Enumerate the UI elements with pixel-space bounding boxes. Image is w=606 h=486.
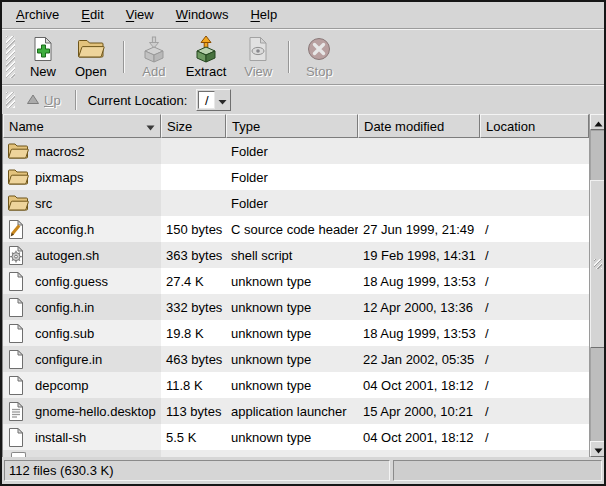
- type-cell: shell script: [226, 242, 358, 268]
- type-cell: unknown type: [226, 346, 358, 372]
- date-cell: 18 Aug 1999, 13:53: [358, 320, 480, 346]
- size-cell: 332 bytes: [161, 294, 226, 320]
- name-cell: src: [3, 190, 161, 216]
- type-cell: Folder: [226, 138, 358, 164]
- menu-view[interactable]: View: [115, 2, 165, 28]
- location-cell: [480, 138, 589, 164]
- file-name: configure.in: [35, 352, 102, 367]
- column-header-row: Name SizeTypeDate modifiedLocation: [3, 114, 589, 138]
- open-archive-icon: [77, 35, 105, 63]
- document-icon: [7, 323, 29, 343]
- location-combobox[interactable]: /: [196, 89, 231, 111]
- c-source-icon: [7, 219, 29, 239]
- name-cell: [3, 450, 161, 457]
- size-cell: 27.4 K: [161, 268, 226, 294]
- date-cell: [358, 190, 480, 216]
- scrollbar-trough[interactable]: [590, 130, 606, 441]
- file-list-main: Name SizeTypeDate modifiedLocation macro…: [3, 114, 589, 457]
- document-icon: [7, 375, 29, 395]
- menu-edit[interactable]: Edit: [70, 2, 114, 28]
- toolbar-button-label: Stop: [306, 64, 333, 79]
- launcher-icon: [7, 401, 29, 421]
- table-row[interactable]: depcomp11.8 Kunknown type04 Oct 2001, 18…: [3, 372, 589, 398]
- column-header-type[interactable]: Type: [226, 114, 358, 138]
- table-row[interactable]: macros2Folder: [3, 138, 589, 164]
- location-cell: /: [480, 216, 589, 242]
- table-row[interactable]: srcFolder: [3, 190, 589, 216]
- name-cell: autogen.sh: [3, 242, 161, 268]
- new-archive-icon: [29, 35, 57, 63]
- table-row[interactable]: gnome-hello.desktop113 bytesapplication …: [3, 398, 589, 424]
- sort-down-icon: [146, 119, 155, 134]
- type-cell: Folder: [226, 164, 358, 190]
- file-name: pixmaps: [35, 170, 83, 185]
- location-cell: /: [480, 346, 589, 372]
- document-icon: [7, 349, 29, 369]
- up-button-label: Up: [44, 93, 61, 108]
- name-cell: gnome-hello.desktop: [3, 398, 161, 424]
- table-row[interactable]: config.sub19.8 Kunknown type18 Aug 1999,…: [3, 320, 589, 346]
- file-name: acconfig.h: [35, 222, 94, 237]
- name-cell: install-sh: [3, 424, 161, 450]
- location-cell: /: [480, 294, 589, 320]
- table-row[interactable]: acconfig.h150 bytesC source code header2…: [3, 216, 589, 242]
- file-name: autogen.sh: [35, 248, 99, 263]
- new-button[interactable]: New: [22, 33, 64, 81]
- status-text: 112 files (630.3 K): [9, 463, 114, 478]
- document-icon: [7, 297, 29, 317]
- location-cell: /: [480, 398, 589, 424]
- menu-archive[interactable]: Archive: [5, 2, 70, 28]
- status-secondary-panel: [393, 460, 602, 481]
- scroll-up-button[interactable]: [590, 114, 606, 130]
- stop-button: Stop: [298, 33, 340, 81]
- file-name: install-sh: [35, 430, 86, 445]
- archive-manager-window: ArchiveEditViewWindowsHelp New Open Add …: [0, 0, 606, 486]
- scrollbar-thumb[interactable]: [590, 180, 606, 348]
- column-header-name[interactable]: Name: [3, 114, 161, 138]
- folder-icon: [7, 167, 29, 187]
- toolbar-button-label: Add: [142, 64, 165, 79]
- menu-windows[interactable]: Windows: [165, 2, 240, 28]
- toolbar-button-label: View: [244, 64, 272, 79]
- table-row[interactable]: autogen.sh363 bytesshell script19 Feb 19…: [3, 242, 589, 268]
- size-cell: [161, 164, 226, 190]
- extract-button[interactable]: Extract: [179, 33, 233, 81]
- table-row[interactable]: config.h.in332 bytesunknown type12 Apr 2…: [3, 294, 589, 320]
- toolbar-button-label: Open: [75, 64, 107, 79]
- type-cell: unknown type: [226, 320, 358, 346]
- table-row[interactable]: install-sh5.5 Kunknown type04 Oct 2001, …: [3, 424, 589, 450]
- stop-icon: [305, 35, 333, 63]
- location-cell: /: [480, 242, 589, 268]
- date-cell: 27 Jun 1999, 21:49: [358, 216, 480, 242]
- combo-dropdown-button[interactable]: [215, 91, 229, 109]
- date-cell: 19 Feb 1998, 14:31: [358, 242, 480, 268]
- column-header-size[interactable]: Size: [161, 114, 226, 138]
- toolbar-drag-handle[interactable]: [6, 36, 15, 78]
- location-bar-drag-handle[interactable]: [6, 92, 15, 108]
- extract-icon: [192, 35, 220, 63]
- size-cell: 5.5 K: [161, 424, 226, 450]
- name-cell: depcomp: [3, 372, 161, 398]
- size-cell: [161, 190, 226, 216]
- location-value: /: [198, 91, 215, 109]
- scroll-down-button[interactable]: [590, 441, 606, 457]
- vertical-scrollbar[interactable]: [589, 114, 606, 457]
- view-file-icon: [244, 35, 272, 63]
- column-header-date-modified[interactable]: Date modified: [358, 114, 480, 138]
- menu-help[interactable]: Help: [239, 2, 288, 28]
- type-cell: C source code header: [226, 216, 358, 242]
- add-files-icon: [140, 35, 168, 63]
- menu-bar: ArchiveEditViewWindowsHelp: [2, 2, 604, 28]
- table-row[interactable]: pixmapsFolder: [3, 164, 589, 190]
- column-header-location[interactable]: Location: [480, 114, 589, 138]
- folder-icon: [7, 193, 29, 213]
- size-cell: 113 bytes: [161, 398, 226, 424]
- document-icon: [7, 427, 29, 447]
- table-row[interactable]: configure.in463 bytesunknown type22 Jan …: [3, 346, 589, 372]
- open-button[interactable]: Open: [68, 33, 114, 81]
- table-row[interactable]: config.guess27.4 Kunknown type18 Aug 199…: [3, 268, 589, 294]
- arrow-down-icon: [594, 442, 603, 457]
- location-cell: /: [480, 268, 589, 294]
- type-cell: unknown type: [226, 294, 358, 320]
- toolbar-button-label: Extract: [186, 64, 226, 79]
